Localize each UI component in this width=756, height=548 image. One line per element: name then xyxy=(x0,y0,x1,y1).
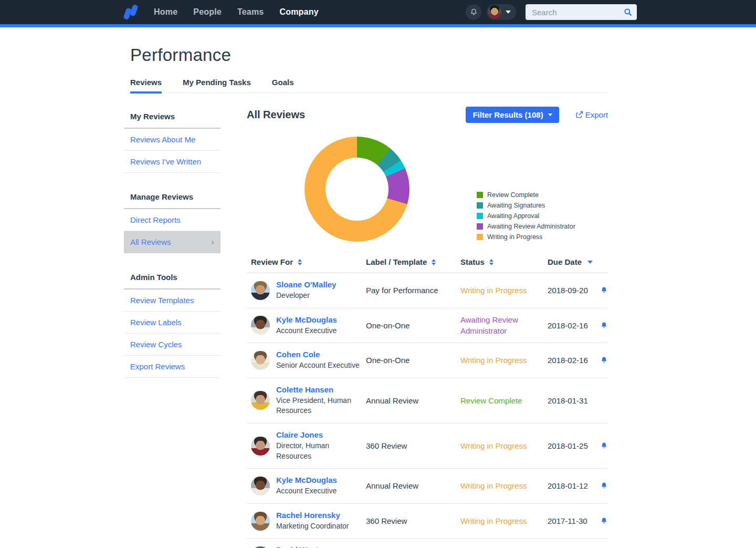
sidebar-item-review-labels[interactable]: Review Labels › xyxy=(124,312,220,334)
sidebar-section: My Reviews Reviews About Me › Reviews I'… xyxy=(124,107,220,173)
reminder-bell-icon[interactable] xyxy=(600,442,608,450)
employee-name-link[interactable]: Claire Jones xyxy=(276,430,361,439)
tab-reviews[interactable]: Reviews xyxy=(130,78,162,92)
tab-goals[interactable]: Goals xyxy=(272,78,294,92)
avatar xyxy=(251,437,270,456)
sidebar-item-label: Review Labels xyxy=(130,318,182,327)
legend-label: Awaiting Approval xyxy=(487,212,539,220)
sidebar-item-reviews-about-me[interactable]: Reviews About Me › xyxy=(124,129,220,151)
sidebar-item-review-templates[interactable]: Review Templates › xyxy=(124,289,220,312)
export-label: Export xyxy=(585,110,608,119)
avatar xyxy=(251,316,270,335)
avatar xyxy=(251,477,270,495)
status-cell: Awaiting Review Administrator xyxy=(460,314,548,336)
sidebar-item-reviews-i-ve-written[interactable]: Reviews I've Written › xyxy=(124,151,220,173)
label-template-cell: One-on-One xyxy=(366,356,460,365)
table-row: Colette Hansen Vice President, Human Res… xyxy=(247,378,608,423)
sort-icon xyxy=(432,259,436,265)
legend-swatch xyxy=(477,213,483,219)
sidebar-item-label: Export Reviews xyxy=(130,362,185,371)
reminder-bell-icon[interactable] xyxy=(600,322,608,329)
sidebar-item-export-reviews[interactable]: Export Reviews › xyxy=(124,356,220,378)
employee-name-link[interactable]: Kyle McDouglas xyxy=(276,475,337,484)
employee-title: Developer xyxy=(276,291,336,301)
sidebar-section-header: My Reviews xyxy=(124,107,220,129)
due-date-cell: 2018-01-12 xyxy=(548,481,600,490)
sort-icon xyxy=(489,259,494,265)
sidebar-item-label: Direct Reports xyxy=(130,215,181,224)
legend-label: Awaiting Signatures xyxy=(487,202,545,209)
filter-results-button[interactable]: Filter Results (108) xyxy=(466,107,559,123)
reminder-bell-icon[interactable] xyxy=(600,356,608,364)
sidebar-section-header: Manage Reviews xyxy=(124,187,220,209)
employee-title: Vice President, Human Resources xyxy=(276,396,361,416)
employee-name-link[interactable]: Sloane O'Malley xyxy=(276,280,336,289)
legend-swatch xyxy=(477,192,483,198)
employee-title: Marketing Coordinator xyxy=(276,521,349,532)
legend-item: Review Complete xyxy=(477,191,575,199)
namely-logo-icon xyxy=(122,3,140,21)
notifications-button[interactable] xyxy=(466,4,481,20)
nav-links: HomePeopleTeamsCompany xyxy=(154,7,319,17)
search-input[interactable] xyxy=(526,4,637,20)
legend-label: Awaiting Review Administrator xyxy=(487,223,575,230)
nav-item-teams[interactable]: Teams xyxy=(237,7,264,17)
export-button[interactable]: Export xyxy=(575,110,608,119)
table-row: David West Director, Design Annual Revie… xyxy=(247,539,608,548)
avatar xyxy=(251,512,270,531)
tab-my-pending-tasks[interactable]: My Pending Tasks xyxy=(183,78,251,92)
namely-logo[interactable] xyxy=(122,3,140,21)
legend-item: Writing in Progress xyxy=(477,233,575,241)
legend-label: Review Complete xyxy=(487,191,539,199)
reminder-bell-icon[interactable] xyxy=(600,482,608,490)
employee-name-link[interactable]: David West xyxy=(276,545,329,548)
status-cell: Writing in Progress xyxy=(460,515,548,526)
column-header-due-date[interactable]: Due Date xyxy=(548,255,600,273)
employee-title: Account Executive xyxy=(276,326,337,336)
employee-name-link[interactable]: Cohen Cole xyxy=(276,350,360,359)
sort-icon xyxy=(298,259,302,265)
sidebar-item-direct-reports[interactable]: Direct Reports › xyxy=(124,209,220,231)
label-template-cell: Annual Review xyxy=(366,481,460,490)
employee-name-link[interactable]: Colette Hansen xyxy=(276,385,361,394)
nav-item-people[interactable]: People xyxy=(193,7,222,17)
sidebar-item-label: Reviews About Me xyxy=(130,135,195,144)
employee-name-link[interactable]: Rachel Horensky xyxy=(276,511,349,520)
user-menu[interactable] xyxy=(487,4,516,20)
sidebar-item-label: Reviews I've Written xyxy=(130,157,201,166)
due-date-cell: 2018-01-31 xyxy=(548,396,600,405)
search-icon[interactable] xyxy=(623,7,633,19)
sidebar-item-all-reviews[interactable]: All Reviews › xyxy=(124,231,220,253)
sidebar-item-label: Review Cycles xyxy=(130,340,182,349)
column-header-label-template[interactable]: Label / Template xyxy=(366,255,460,273)
nav-item-company[interactable]: Company xyxy=(279,7,318,17)
reminder-bell-icon[interactable] xyxy=(600,517,608,525)
sidebar-item-review-cycles[interactable]: Review Cycles › xyxy=(124,334,220,356)
due-date-cell: 2018-09-20 xyxy=(548,286,600,295)
avatar xyxy=(251,391,270,410)
avatar xyxy=(251,281,270,300)
reviews-table: Review For Label / Template Status Due D… xyxy=(247,255,608,548)
accent-bar xyxy=(0,24,756,27)
table-row: Sloane O'Malley Developer Pay for Perfor… xyxy=(247,273,608,308)
legend-swatch xyxy=(477,234,483,240)
top-nav: HomePeopleTeamsCompany xyxy=(0,0,756,24)
sort-desc-icon xyxy=(587,261,593,264)
employee-title: Account Executive xyxy=(276,486,337,497)
legend-item: Awaiting Approval xyxy=(477,212,575,220)
export-icon xyxy=(575,110,584,119)
status-cell: Review Complete xyxy=(460,395,548,406)
bell-icon xyxy=(469,8,478,17)
column-header-status[interactable]: Status xyxy=(460,255,548,273)
legend-item: Awaiting Review Administrator xyxy=(477,223,575,230)
column-header-review-for[interactable]: Review For xyxy=(247,255,366,273)
employee-name-link[interactable]: Kyle McDouglas xyxy=(276,315,337,324)
legend-label: Writing in Progress xyxy=(487,233,542,241)
nav-item-home[interactable]: Home xyxy=(154,7,177,17)
sidebar: My Reviews Reviews About Me › Reviews I'… xyxy=(124,107,220,548)
sidebar-section: Admin Tools Review Templates › Review La… xyxy=(124,267,220,378)
avatar xyxy=(251,351,270,370)
legend-swatch xyxy=(477,202,483,209)
reminder-bell-icon[interactable] xyxy=(600,286,608,294)
status-cell: Writing in Progress xyxy=(460,440,548,451)
